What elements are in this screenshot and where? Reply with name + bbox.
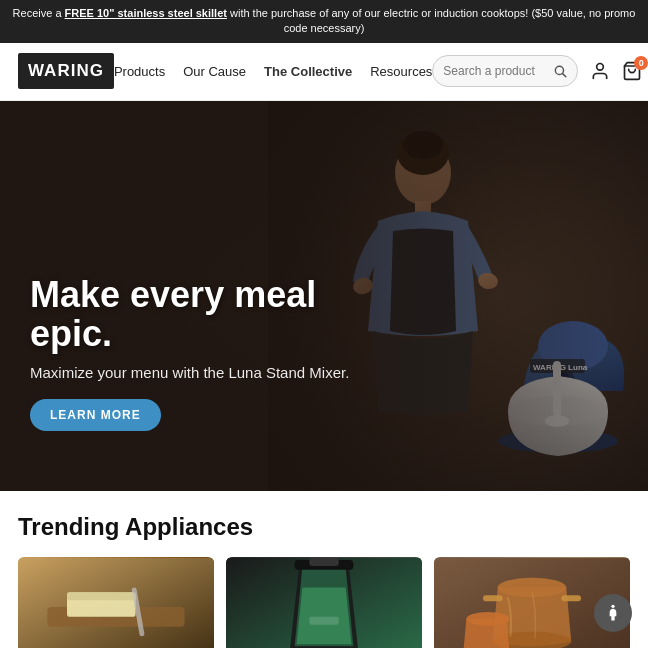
- product-grid: [18, 557, 630, 648]
- hero-title: Make every meal epic.: [30, 275, 350, 354]
- learn-more-button[interactable]: LEARN MORE: [30, 399, 161, 431]
- svg-rect-35: [483, 595, 503, 601]
- svg-line-1: [563, 74, 566, 77]
- nav-item-products[interactable]: Products: [114, 64, 165, 79]
- header-actions: 0: [432, 55, 642, 87]
- search-input[interactable]: [443, 64, 553, 78]
- svg-rect-30: [309, 617, 338, 625]
- product-card-2[interactable]: [226, 557, 422, 648]
- hero-section: WARING Luna Make every meal epic. Maximi…: [0, 101, 648, 491]
- nav-item-resources[interactable]: Resources: [370, 64, 432, 79]
- svg-point-37: [611, 605, 614, 608]
- account-icon-wrapper[interactable]: [590, 61, 610, 81]
- cart-badge: 0: [634, 56, 648, 70]
- announcement-highlight: FREE 10" stainless steel skillet: [65, 7, 227, 19]
- svg-rect-29: [309, 558, 338, 566]
- svg-point-2: [597, 64, 604, 71]
- hero-content: Make every meal epic. Maximize your menu…: [30, 275, 350, 431]
- search-button[interactable]: [553, 64, 567, 78]
- trending-section: Trending Appliances: [0, 491, 648, 648]
- nav-item-the-collective[interactable]: The Collective: [264, 64, 352, 79]
- announcement-suffix: with the purchase of any of our electric…: [227, 7, 635, 34]
- product-image-1: [18, 557, 214, 648]
- accessibility-icon: [603, 603, 623, 623]
- account-icon: [590, 61, 610, 81]
- trending-title: Trending Appliances: [18, 513, 630, 541]
- accessibility-button[interactable]: [594, 594, 632, 632]
- cart-icon-wrapper[interactable]: 0: [622, 61, 642, 81]
- svg-rect-25: [67, 592, 136, 600]
- svg-rect-34: [561, 595, 581, 601]
- search-bar[interactable]: [432, 55, 578, 87]
- header: WARING Products Our Cause The Collective…: [0, 43, 648, 101]
- announcement-bar: Receive a FREE 10" stainless steel skill…: [0, 0, 648, 43]
- product-card-1[interactable]: [18, 557, 214, 648]
- logo[interactable]: WARING: [18, 53, 114, 89]
- hero-subtitle: Maximize your menu with the Luna Stand M…: [30, 364, 350, 381]
- announcement-prefix: Receive a: [13, 7, 65, 19]
- main-nav: Products Our Cause The Collective Resour…: [114, 64, 432, 79]
- nav-item-our-cause[interactable]: Our Cause: [183, 64, 246, 79]
- search-icon: [553, 64, 567, 78]
- product-image-2: [226, 557, 422, 648]
